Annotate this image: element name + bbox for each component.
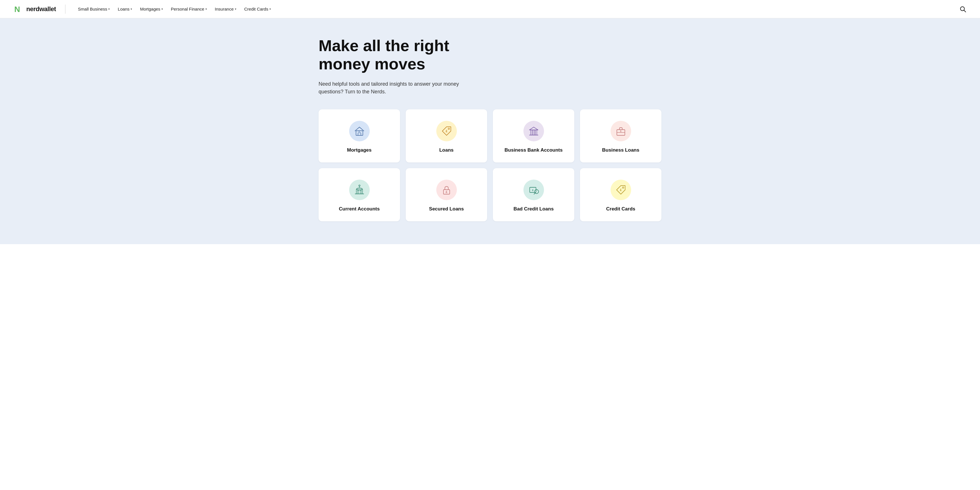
- capitol-icon: [349, 179, 370, 200]
- nav-items: Small Business▾Loans▾Mortgages▾Personal …: [75, 4, 959, 14]
- svg-line-3: [964, 10, 966, 12]
- nav-item-personal-finance[interactable]: Personal Finance▾: [167, 4, 210, 14]
- nav-item-small-business[interactable]: Small Business▾: [75, 4, 113, 14]
- chevron-down-icon: ▾: [108, 8, 110, 11]
- card-label: Bad Credit Loans: [514, 206, 554, 212]
- svg-rect-14: [535, 130, 537, 135]
- hero-section: Make all the right money moves Need help…: [0, 18, 980, 244]
- svg-text:£: £: [445, 190, 447, 193]
- magnifier-icon: £: [523, 179, 544, 200]
- svg-point-22: [359, 185, 360, 186]
- svg-rect-23: [358, 190, 359, 194]
- card-business-loans[interactable]: £ Business Loans: [580, 109, 662, 162]
- nav-item-insurance[interactable]: Insurance▾: [212, 4, 240, 14]
- svg-text:£: £: [445, 129, 447, 133]
- card-label: Business Loans: [602, 147, 639, 153]
- card-current-accounts[interactable]: Current Accounts: [318, 168, 400, 221]
- svg-rect-24: [360, 190, 361, 194]
- svg-line-29: [534, 193, 535, 194]
- card-label: Loans: [439, 147, 453, 153]
- card-label: Credit Cards: [606, 206, 635, 212]
- svg-text:£: £: [620, 188, 621, 192]
- card-credit-cards[interactable]: £ Credit Cards: [580, 168, 662, 221]
- cards-grid: £ Mortgages £ Loans Business Bank Accoun…: [318, 109, 662, 221]
- search-icon: [960, 6, 966, 12]
- card-bad-credit-loans[interactable]: £ Bad Credit Loans: [493, 168, 574, 221]
- card-mortgages[interactable]: £ Mortgages: [318, 109, 400, 162]
- nav-divider: [65, 5, 65, 14]
- hero-title: Make all the right money moves: [318, 36, 501, 73]
- card-label: Current Accounts: [339, 206, 380, 212]
- nav-item-credit-cards[interactable]: Credit Cards▾: [241, 4, 274, 14]
- logo[interactable]: N nerdwallet: [14, 4, 56, 14]
- card-business-bank[interactable]: Business Bank Accounts: [493, 109, 574, 162]
- search-button[interactable]: [959, 6, 966, 13]
- chevron-down-icon: ▾: [205, 8, 207, 11]
- hero-subtitle: Need helpful tools and tailored insights…: [318, 80, 467, 96]
- house-icon: £: [349, 121, 370, 141]
- lock-icon: £: [436, 179, 457, 200]
- nav-item-label: Insurance: [215, 6, 234, 11]
- svg-point-9: [448, 128, 449, 129]
- svg-rect-5: [358, 133, 361, 135]
- nav-item-label: Small Business: [78, 6, 107, 11]
- card-label: Mortgages: [347, 147, 372, 153]
- nav-item-label: Credit Cards: [244, 6, 268, 11]
- logo-text: nerdwallet: [26, 5, 56, 13]
- nav-item-loans[interactable]: Loans▾: [114, 4, 135, 14]
- svg-text:N: N: [14, 5, 20, 14]
- chevron-down-icon: ▾: [161, 8, 163, 11]
- card-label: Business Bank Accounts: [504, 147, 563, 153]
- tag-icon: £: [436, 121, 457, 141]
- svg-text:£: £: [359, 130, 360, 133]
- briefcase-icon: £: [611, 121, 631, 141]
- card-loans[interactable]: £ Loans: [406, 109, 487, 162]
- chevron-down-icon: ▾: [235, 8, 236, 11]
- card-label: Secured Loans: [429, 206, 464, 212]
- svg-point-33: [622, 187, 624, 188]
- svg-text:£: £: [532, 189, 533, 192]
- bank-icon: [523, 121, 544, 141]
- chevron-down-icon: ▾: [130, 8, 132, 11]
- svg-rect-13: [533, 130, 534, 135]
- nav-item-label: Loans: [118, 6, 129, 11]
- tag2-icon: £: [611, 179, 631, 200]
- nav-item-label: Mortgages: [140, 6, 160, 11]
- navbar: N nerdwallet Small Business▾Loans▾Mortga…: [0, 0, 980, 18]
- nerdwallet-logo-icon: N: [14, 4, 24, 14]
- nav-item-label: Personal Finance: [171, 6, 204, 11]
- card-secured-loans[interactable]: £ Secured Loans: [406, 168, 487, 221]
- svg-rect-12: [531, 130, 532, 135]
- svg-text:£: £: [620, 130, 621, 133]
- nav-item-mortgages[interactable]: Mortgages▾: [137, 4, 166, 14]
- chevron-down-icon: ▾: [269, 8, 271, 11]
